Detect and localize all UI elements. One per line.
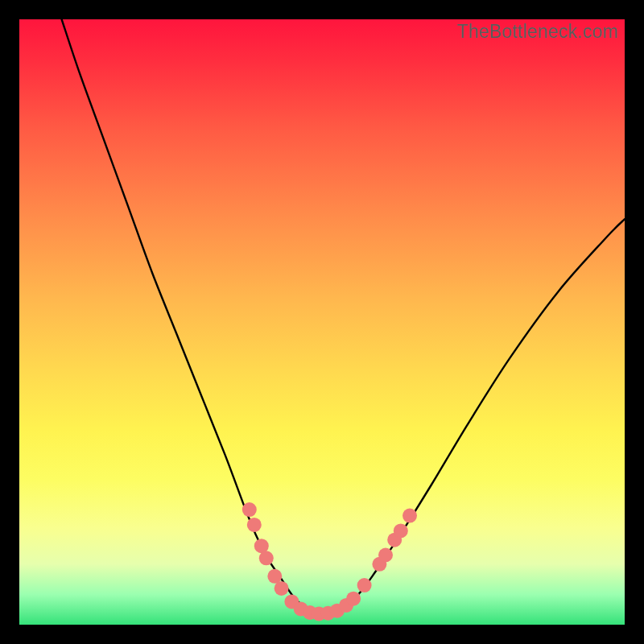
marker-dot [267, 569, 282, 584]
marker-dot [242, 502, 257, 517]
marker-dot [402, 509, 417, 523]
marker-dot [346, 592, 361, 606]
marker-dot [357, 578, 372, 592]
marker-dot [259, 551, 274, 565]
marker-dot [394, 523, 408, 538]
chart-svg [19, 19, 625, 625]
marker-dot [275, 581, 289, 596]
bottleneck-curve [62, 19, 625, 613]
marker-dot [247, 518, 262, 532]
highlight-markers [242, 502, 417, 621]
marker-dot [378, 548, 393, 563]
chart-frame: TheBottleneck.com [19, 19, 625, 625]
